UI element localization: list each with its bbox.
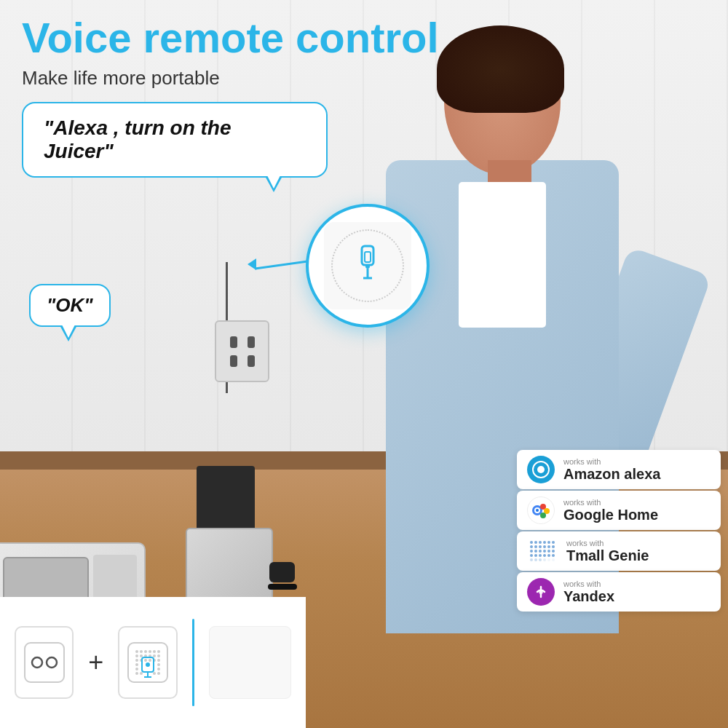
smart-plug-device — [324, 222, 411, 309]
voice-command-text: "Alexa , turn on the Juicer" — [44, 116, 232, 162]
page-title: Voice remote control — [22, 15, 439, 61]
smart-plug-zoom-circle — [306, 204, 430, 328]
outlet-slot-bottom-right — [248, 355, 255, 367]
svg-point-14 — [539, 590, 543, 594]
plus-operator: + — [88, 647, 103, 678]
google-badge-text: works with Google Home — [563, 498, 658, 523]
svg-point-43 — [153, 672, 156, 675]
tmall-badge-text: works with Tmall Genie — [566, 539, 649, 563]
outlet-slot-right — [248, 336, 255, 348]
svg-rect-15 — [25, 643, 64, 682]
socket-product-item — [15, 626, 74, 699]
tmall-badge: works with Tmall Genie — [517, 531, 721, 571]
alexa-works-with-label: works with — [563, 457, 660, 466]
svg-point-6 — [537, 466, 545, 473]
google-badge: works with Google Home — [517, 491, 721, 530]
svg-point-23 — [153, 650, 156, 653]
svg-point-42 — [140, 672, 143, 675]
svg-point-38 — [157, 663, 160, 666]
svg-point-48 — [146, 662, 150, 667]
alexa-badge: works with Amazon alexa — [517, 450, 721, 489]
yandex-badge-text: works with Yandex — [563, 579, 614, 604]
svg-point-30 — [157, 654, 160, 657]
product-detail-area — [209, 626, 291, 699]
alexa-icon — [527, 456, 555, 483]
svg-point-31 — [135, 659, 138, 662]
yandex-works-with-label: works with — [563, 579, 614, 588]
svg-point-29 — [153, 654, 156, 657]
smartwatch-band — [268, 584, 297, 590]
svg-point-22 — [149, 650, 151, 653]
page-subtitle: Make life more portable — [22, 67, 439, 90]
alexa-logo — [531, 460, 550, 479]
smartwatch — [269, 562, 295, 582]
smart-plug-icon-svg — [122, 637, 173, 688]
voice-response-text: "OK" — [47, 294, 93, 316]
svg-point-44 — [157, 672, 160, 675]
vertical-separator — [192, 619, 194, 706]
svg-point-34 — [149, 659, 151, 662]
voice-command-bubble: "Alexa , turn on the Juicer" — [22, 102, 328, 178]
yandex-logo — [531, 582, 550, 601]
tmall-works-with-label: works with — [566, 539, 649, 547]
outlet-holes-top — [230, 336, 255, 348]
svg-point-2 — [365, 264, 370, 269]
svg-point-9 — [536, 509, 539, 512]
google-name-label: Google Home — [563, 507, 658, 523]
smart-plug-product-item — [118, 626, 177, 699]
header-section: Voice remote control Make life more port… — [22, 15, 439, 90]
person-undershirt — [459, 182, 546, 328]
google-logo — [530, 499, 552, 521]
google-works-with-label: works with — [563, 498, 658, 507]
product-diagram-section: + — [0, 597, 306, 728]
tmall-dots-icon — [530, 541, 555, 561]
svg-point-24 — [157, 650, 160, 653]
alexa-badge-text: works with Amazon alexa — [563, 457, 660, 482]
person-hair — [437, 25, 564, 113]
svg-point-26 — [140, 654, 143, 657]
yandex-name-label: Yandex — [563, 588, 614, 604]
svg-point-40 — [157, 668, 160, 670]
svg-point-20 — [140, 650, 143, 653]
wall-outlet — [215, 320, 269, 382]
yandex-icon — [527, 578, 555, 606]
svg-point-33 — [144, 659, 147, 662]
svg-point-36 — [157, 659, 160, 662]
socket-icon-svg — [19, 637, 70, 688]
svg-rect-1 — [365, 252, 371, 262]
main-scene: Voice remote control Make life more port… — [0, 0, 728, 728]
google-icon — [527, 496, 555, 524]
svg-point-19 — [135, 650, 138, 653]
alexa-name-label: Amazon alexa — [563, 466, 660, 482]
outlet-slot-bottom-left — [230, 355, 237, 367]
svg-point-37 — [135, 663, 138, 666]
svg-point-41 — [135, 672, 138, 675]
tmall-name-label: Tmall Genie — [566, 547, 649, 563]
connector-arrow — [248, 258, 256, 270]
yandex-badge: works with Yandex — [517, 572, 721, 612]
svg-point-21 — [144, 650, 147, 653]
plug-icon-svg — [350, 245, 385, 287]
svg-point-12 — [540, 513, 546, 518]
compatibility-badges: works with Amazon alexa works with Go — [517, 450, 721, 612]
outlet-slot-left — [230, 336, 237, 348]
svg-point-39 — [135, 668, 138, 670]
svg-point-25 — [135, 654, 138, 657]
voice-response-bubble: "OK" — [29, 284, 111, 327]
juicer-top — [197, 466, 255, 531]
tmall-icon — [527, 537, 558, 565]
outlet-holes-bottom — [230, 355, 255, 367]
